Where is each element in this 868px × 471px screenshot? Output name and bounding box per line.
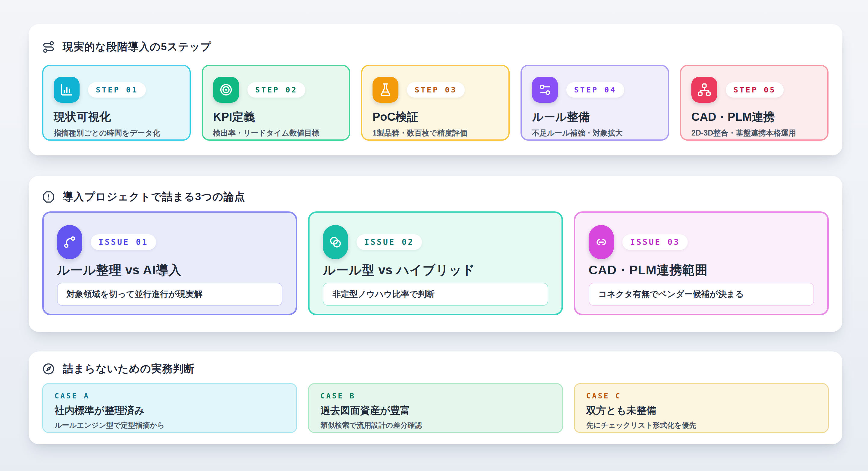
step-subtitle: 指摘種別ごとの時間をデータ化 [54, 128, 179, 138]
steps-panel: 現実的な段階導入の5ステップ STEP 01 現状可視化 指摘種別ごとの時間をデ… [29, 24, 842, 156]
case-subtitle: 先にチェックリスト形式化を優先 [586, 420, 816, 430]
issue-badge: ISSUE 02 [356, 234, 422, 250]
section-title: 導入プロジェクトで詰まる3つの論点 [63, 190, 245, 204]
steps-panel-header: 現実的な段階導入の5ステップ [42, 24, 829, 54]
case-badge: CASE C [586, 392, 816, 400]
issue-title: CAD・PLM連携範囲 [589, 262, 814, 278]
issue-title: ルール型 vs ハイブリッド [323, 262, 548, 278]
case-subtitle: ルールエンジン型で定型指摘から [55, 420, 285, 430]
case-badge: CASE A [55, 392, 285, 400]
step-card: STEP 02 KPI定義 検出率・リードタイム数値目標 [202, 65, 350, 141]
issues-panel: 導入プロジェクトで詰まる3つの論点 ISSUE 01 ルール整理 vs AI導入… [29, 176, 842, 332]
git-branch-icon [57, 225, 82, 259]
step-subtitle: 1製品群・数百枚で精度評価 [373, 128, 498, 138]
step-title: CAD・PLM連携 [691, 109, 817, 125]
step-card: STEP 03 PoC検証 1製品群・数百枚で精度評価 [361, 65, 510, 141]
alert-octagon-icon [42, 191, 55, 203]
step-badge: STEP 02 [247, 82, 305, 98]
section-title: 現実的な段階導入の5ステップ [63, 40, 211, 54]
issue-note: 非定型ノウハウ比率で判断 [323, 283, 548, 306]
case-title: 双方とも未整備 [586, 404, 816, 417]
cases-row: CASE A 社内標準が整理済み ルールエンジン型で定型指摘から CASE B … [42, 383, 829, 433]
issue-badge: ISSUE 01 [91, 234, 156, 250]
step-card: STEP 05 CAD・PLM連携 2D-3D整合・基盤連携本格運用 [680, 65, 829, 141]
case-title: 過去図面資産が豊富 [320, 404, 551, 417]
sliders-icon [532, 77, 558, 103]
compass-icon [42, 363, 55, 375]
case-badge: CASE B [320, 392, 551, 400]
step-title: PoC検証 [373, 109, 498, 125]
step-subtitle: 2D-3D整合・基盤連携本格運用 [691, 128, 817, 138]
case-card: CASE A 社内標準が整理済み ルールエンジン型で定型指摘から [42, 383, 297, 433]
step-title: ルール整備 [532, 109, 658, 125]
route-icon [42, 41, 55, 53]
step-subtitle: 不足ルール補強・対象拡大 [532, 128, 658, 138]
section-title: 詰まらないための実務判断 [63, 362, 195, 376]
org-chart-icon [691, 77, 717, 103]
issues-row: ISSUE 01 ルール整理 vs AI導入 対象領域を切って並行進行が現実解 … [42, 211, 829, 315]
issue-note: コネクタ有無でベンダー候補が決まる [589, 283, 814, 306]
issue-title: ルール整理 vs AI導入 [57, 262, 282, 278]
step-title: KPI定義 [213, 109, 339, 125]
case-title: 社内標準が整理済み [55, 404, 285, 417]
overlap-circles-icon [323, 225, 348, 259]
step-badge: STEP 04 [566, 82, 624, 98]
steps-row: STEP 01 現状可視化 指摘種別ごとの時間をデータ化 STEP 02 KPI… [42, 65, 829, 141]
step-badge: STEP 05 [726, 82, 784, 98]
issue-badge: ISSUE 03 [622, 234, 688, 250]
step-badge: STEP 01 [88, 82, 146, 98]
cases-panel: 詰まらないための実務判断 CASE A 社内標準が整理済み ルールエンジン型で定… [29, 351, 842, 444]
flask-icon [373, 77, 398, 103]
target-icon [213, 77, 239, 103]
step-title: 現状可視化 [54, 109, 179, 125]
link-icon [589, 225, 614, 259]
bar-chart-icon [54, 77, 80, 103]
issue-note: 対象領域を切って並行進行が現実解 [57, 283, 282, 306]
step-card: STEP 04 ルール整備 不足ルール補強・対象拡大 [521, 65, 669, 141]
case-card: CASE B 過去図面資産が豊富 類似検索で流用設計の差分確認 [308, 383, 563, 433]
step-badge: STEP 03 [407, 82, 465, 98]
cases-panel-header: 詰まらないための実務判断 [42, 351, 829, 376]
issue-card: ISSUE 02 ルール型 vs ハイブリッド 非定型ノウハウ比率で判断 [308, 211, 563, 315]
issue-card: ISSUE 03 CAD・PLM連携範囲 コネクタ有無でベンダー候補が決まる [574, 211, 829, 315]
case-subtitle: 類似検索で流用設計の差分確認 [320, 420, 551, 430]
step-card: STEP 01 現状可視化 指摘種別ごとの時間をデータ化 [42, 65, 191, 141]
issue-card: ISSUE 01 ルール整理 vs AI導入 対象領域を切って並行進行が現実解 [42, 211, 297, 315]
case-card: CASE C 双方とも未整備 先にチェックリスト形式化を優先 [574, 383, 829, 433]
issues-panel-header: 導入プロジェクトで詰まる3つの論点 [42, 176, 829, 204]
step-subtitle: 検出率・リードタイム数値目標 [213, 128, 339, 138]
